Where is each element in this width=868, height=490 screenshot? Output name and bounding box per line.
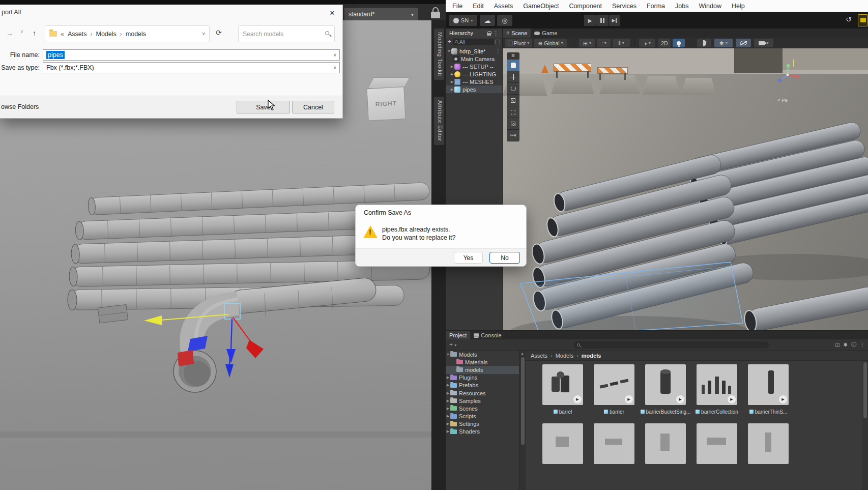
- shader-dropdown[interactable]: standard* ▾: [344, 8, 418, 21]
- view-cube[interactable]: RIGHT: [367, 77, 411, 124]
- kebab-menu-icon[interactable]: ⋮: [493, 30, 499, 37]
- chevron-down-icon[interactable]: ˅: [202, 31, 205, 37]
- folder-prefabs[interactable]: ▶Prefabs: [446, 382, 519, 389]
- menu-gameobject[interactable]: GameObject: [518, 3, 564, 10]
- tab-attribute-editor[interactable]: Attribute Editor: [434, 97, 444, 145]
- scale-tool[interactable]: [507, 95, 519, 106]
- hierarchy-item-meshes[interactable]: ▶ --- MESHES: [446, 78, 502, 85]
- grid-scrollbar[interactable]: [862, 361, 868, 490]
- expand-prefab-icon[interactable]: ▶: [625, 395, 633, 403]
- kebab-menu-icon[interactable]: ⋮: [860, 342, 865, 348]
- tab-hierarchy[interactable]: Hierarchy ⋮: [446, 28, 502, 38]
- menu-component[interactable]: Component: [564, 3, 607, 10]
- refresh-icon[interactable]: ⟳: [216, 28, 222, 37]
- menu-forma[interactable]: Forma: [642, 3, 670, 10]
- expand-prefab-icon[interactable]: ▶: [779, 395, 787, 403]
- asset-card[interactable]: [645, 423, 686, 464]
- search-window-icon[interactable]: [496, 40, 500, 44]
- collapse-arrow-icon[interactable]: ▶: [450, 65, 454, 69]
- up-arrow-icon[interactable]: ↑: [33, 29, 36, 37]
- pivot-dropdown[interactable]: Pivot▾: [505, 39, 532, 47]
- custom-tool-dropdown[interactable]: ✂▾: [507, 130, 519, 141]
- menu-jobs[interactable]: Jobs: [670, 3, 693, 10]
- hierarchy-item-main-camera[interactable]: Main Camera: [446, 55, 502, 63]
- asset-card[interactable]: [697, 423, 737, 464]
- hierarchy-item-root[interactable]: ▼ hdrp_Site* ⋮: [446, 47, 502, 55]
- undo-history-button[interactable]: ↺: [846, 15, 852, 23]
- tree-scrollbar[interactable]: ▲: [519, 351, 526, 490]
- collapsed-crumbs-icon[interactable]: «: [61, 31, 64, 38]
- snap-toggle-dropdown[interactable]: ⫶▾: [597, 39, 611, 47]
- rotate-tool[interactable]: [507, 83, 519, 95]
- expand-arrow-icon[interactable]: ▼: [447, 49, 451, 53]
- folder-scripts[interactable]: ▶Scripts: [446, 413, 519, 420]
- effects-dropdown[interactable]: ✱▾: [714, 39, 733, 47]
- hierarchy-item-setup[interactable]: ▶ --- SETUP --: [446, 63, 502, 70]
- asset-label[interactable]: barrierBucketSing...: [640, 408, 691, 415]
- info-icon[interactable]: ⓘ: [851, 341, 856, 348]
- folder-settings[interactable]: ▶Settings: [446, 420, 519, 428]
- forward-arrow-icon[interactable]: →: [6, 29, 13, 37]
- asset-card-barrier-bucket[interactable]: ▶: [645, 364, 686, 405]
- expand-prefab-icon[interactable]: ▶: [728, 395, 736, 403]
- address-bar[interactable]: « Assets › Models › models ˅: [45, 25, 210, 42]
- version-control-button[interactable]: [858, 14, 868, 26]
- folder-models-sub[interactable]: models: [446, 366, 519, 373]
- breadcrumb-assets[interactable]: Assets: [531, 353, 547, 359]
- pause-button[interactable]: [596, 15, 608, 26]
- folder-resources[interactable]: ▶Resources: [446, 389, 519, 397]
- tab-scene[interactable]: # Scene: [503, 28, 531, 38]
- tab-modeling-toolkit[interactable]: Modeling Toolkit: [434, 28, 444, 80]
- menu-assets[interactable]: Assets: [489, 3, 518, 10]
- increment-snap-dropdown[interactable]: ⦀▾: [613, 39, 630, 47]
- lighting-toggle[interactable]: [673, 39, 685, 47]
- expand-prefab-icon[interactable]: ▶: [676, 395, 684, 403]
- 2d-toggle[interactable]: 2D: [658, 39, 671, 47]
- services-target-button[interactable]: ◎: [497, 15, 512, 26]
- cloud-button[interactable]: ☁: [480, 15, 495, 26]
- menu-file[interactable]: File: [447, 3, 468, 10]
- browse-folders-label[interactable]: owse Folders: [1, 103, 39, 110]
- folder-shaders[interactable]: ▶Shaders: [446, 428, 519, 436]
- menu-services[interactable]: Services: [607, 3, 642, 10]
- crumb-assets[interactable]: Assets: [68, 31, 87, 38]
- hierarchy-item-pipes[interactable]: ▶ pipes: [446, 85, 502, 93]
- audio-toggle[interactable]: [697, 39, 711, 47]
- collapse-arrow-icon[interactable]: ▶: [450, 88, 454, 92]
- camera-dropdown[interactable]: ▾: [754, 39, 773, 47]
- breadcrumb-current[interactable]: models: [582, 353, 601, 359]
- step-button[interactable]: ▶: [609, 15, 620, 26]
- asset-card-barrel[interactable]: ▶: [542, 364, 583, 405]
- menu-help[interactable]: Help: [727, 3, 750, 10]
- account-dropdown[interactable]: SN ▾: [449, 15, 477, 26]
- search-box[interactable]: [238, 25, 335, 42]
- favorites-icon[interactable]: ✱: [844, 342, 848, 348]
- lock-icon[interactable]: [487, 31, 491, 36]
- rect-tool[interactable]: [507, 106, 519, 118]
- play-button[interactable]: ▶: [584, 15, 596, 26]
- tab-project[interactable]: Project: [446, 331, 470, 340]
- tab-console[interactable]: Console: [470, 331, 505, 340]
- file-name-field[interactable]: pipes ˅: [43, 49, 340, 61]
- move-tool[interactable]: [507, 71, 519, 83]
- perspective-label[interactable]: < Pe: [777, 97, 788, 103]
- save-type-select[interactable]: Fbx (*.fbx;*.FBX) ˅: [43, 62, 340, 73]
- close-button[interactable]: ✕: [327, 7, 338, 18]
- expand-prefab-icon[interactable]: ▶: [573, 395, 582, 403]
- project-search[interactable]: [574, 341, 769, 349]
- folder-samples[interactable]: ▶Samples: [446, 397, 519, 405]
- hidden-packages-icon[interactable]: ◫: [835, 342, 840, 348]
- grid-snap-dropdown[interactable]: ⊞▾: [579, 39, 595, 47]
- recent-locations-icon[interactable]: ˅: [20, 29, 23, 35]
- add-object-button[interactable]: +: [448, 38, 451, 45]
- menu-edit[interactable]: Edit: [468, 3, 489, 10]
- tools-overlay-menu[interactable]: ≡: [507, 52, 519, 60]
- asset-card-barrier-collection[interactable]: ▶: [697, 364, 737, 405]
- asset-card[interactable]: [594, 423, 634, 464]
- chevron-down-icon[interactable]: ˅: [333, 52, 336, 58]
- search-input[interactable]: [243, 26, 319, 41]
- hierarchy-item-lighting[interactable]: ▶ --- LIGHTING: [446, 70, 502, 78]
- kebab-menu-icon[interactable]: ⋮: [496, 48, 502, 54]
- folder-plugins[interactable]: ▶Plugins: [446, 374, 519, 382]
- save-button[interactable]: Save: [237, 101, 290, 113]
